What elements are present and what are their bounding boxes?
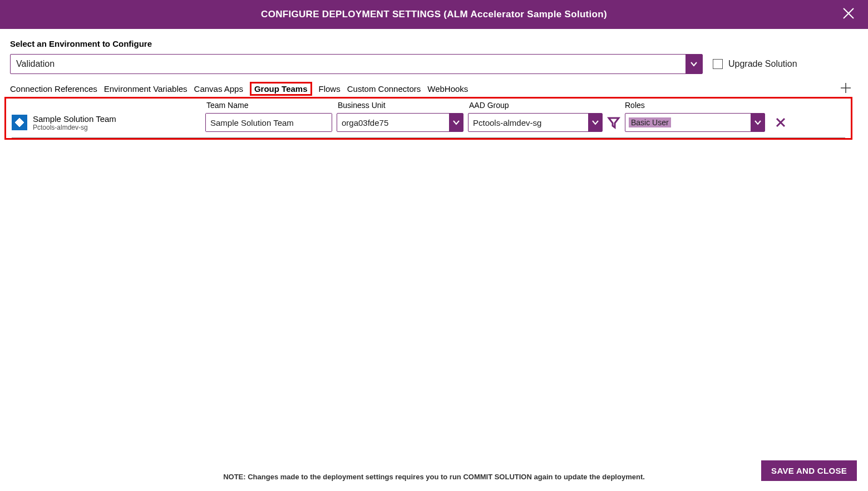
column-headers: Team Name Business Unit AAD Group Roles	[12, 101, 845, 110]
tabs: Connection References Environment Variab…	[10, 82, 840, 96]
modal-header: CONFIGURE DEPLOYMENT SETTINGS (ALM Accel…	[0, 0, 868, 29]
environment-dropdown-button[interactable]	[685, 55, 702, 73]
aad-group-dropdown-button[interactable]	[588, 114, 602, 131]
team-icon	[12, 115, 27, 130]
plus-icon	[840, 82, 851, 94]
col-aad-group: AAD Group	[468, 101, 624, 110]
tabs-row: Connection References Environment Variab…	[10, 82, 858, 96]
tab-webhooks[interactable]: WebHooks	[427, 82, 468, 96]
business-unit-select[interactable]: orga03fde75	[337, 113, 463, 132]
tab-environment-variables[interactable]: Environment Variables	[104, 82, 188, 96]
close-icon	[776, 117, 786, 127]
environment-select[interactable]: Validation	[10, 54, 703, 74]
chevron-down-icon	[591, 119, 599, 126]
chevron-down-icon	[452, 119, 460, 126]
col-team-name: Team Name	[205, 101, 337, 110]
tab-custom-connectors[interactable]: Custom Connectors	[347, 82, 421, 96]
add-row-button[interactable]	[840, 82, 851, 96]
environment-label: Select an Environment to Configure	[10, 39, 858, 48]
aad-group-value: Pctools-almdev-sg	[468, 114, 588, 131]
tab-group-teams[interactable]: Group Teams	[250, 82, 312, 96]
modal-title: CONFIGURE DEPLOYMENT SETTINGS (ALM Accel…	[261, 9, 607, 20]
upgrade-solution-checkbox[interactable]: Upgrade Solution	[713, 59, 797, 69]
footer-note: NOTE: Changes made to the deployment set…	[11, 473, 857, 481]
upgrade-solution-label: Upgrade Solution	[728, 59, 797, 69]
environment-selected-value: Validation	[11, 55, 685, 73]
save-close-button[interactable]: SAVE AND CLOSE	[761, 460, 857, 481]
tab-canvas-apps[interactable]: Canvas Apps	[194, 82, 243, 96]
col-roles: Roles	[624, 101, 768, 110]
business-unit-dropdown-button[interactable]	[449, 114, 463, 131]
row-title: Sample Solution Team	[33, 114, 116, 124]
group-teams-panel: Team Name Business Unit AAD Group Roles …	[4, 97, 852, 140]
filter-button[interactable]	[606, 116, 622, 129]
close-icon	[842, 7, 855, 19]
footer: NOTE: Changes made to the deployment set…	[0, 473, 868, 481]
team-name-input-wrap	[205, 113, 332, 132]
aad-group-select[interactable]: Pctools-almdev-sg	[468, 113, 603, 132]
row-subtitle: Pctools-almdev-sg	[33, 124, 116, 131]
table-row: Sample Solution Team Pctools-almdev-sg o…	[12, 110, 845, 138]
roles-select[interactable]: Basic User	[625, 113, 765, 132]
roles-dropdown-button[interactable]	[751, 114, 765, 131]
tab-connection-references[interactable]: Connection References	[10, 82, 97, 96]
role-pill: Basic User	[629, 117, 671, 127]
col-business-unit: Business Unit	[337, 101, 468, 110]
business-unit-value: orga03fde75	[337, 114, 449, 131]
chevron-down-icon	[690, 60, 698, 68]
team-name-input[interactable]	[206, 114, 332, 131]
diamond-icon	[14, 117, 25, 128]
tab-flows[interactable]: Flows	[319, 82, 341, 96]
delete-row-button[interactable]	[772, 117, 790, 127]
checkbox-box	[713, 59, 723, 69]
filter-icon	[607, 116, 620, 129]
chevron-down-icon	[754, 119, 762, 126]
close-button[interactable]	[839, 4, 858, 25]
